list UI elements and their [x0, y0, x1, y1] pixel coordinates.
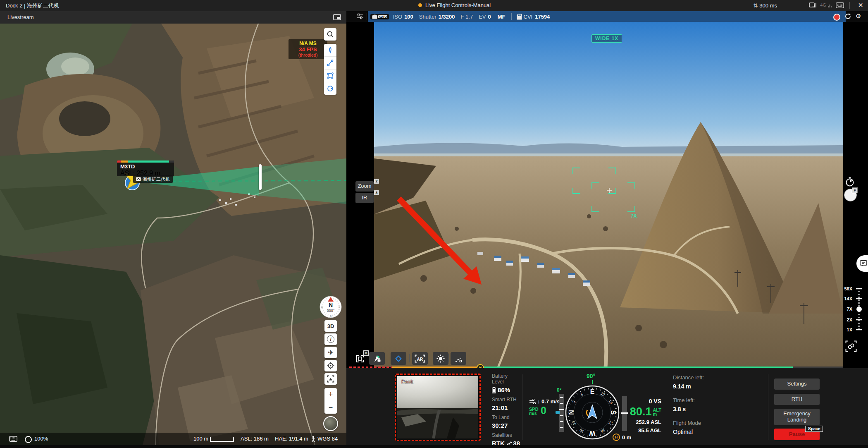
camera-settings-bar: AUTO ISO 100 Shutter 1/3200 F 1.7 EV 0 M…	[346, 11, 868, 22]
polygon-icon	[327, 72, 334, 79]
tool-circle-button[interactable]	[324, 82, 336, 95]
keyboard-shortcuts-icon[interactable]	[836, 2, 844, 8]
svg-text:W: W	[321, 306, 323, 309]
flight-mode-value: Optimal	[673, 429, 747, 435]
map-footer: 100% 100 m ASL: 186 m HAE: 191.4 m WGS 8…	[0, 433, 346, 445]
map-zoom-percent: 100%	[34, 436, 48, 442]
map-zoom-control: + −	[324, 388, 337, 414]
titlebar: Dock 2 | 海州矿二代机 Live Flight Controls-Man…	[0, 0, 868, 12]
focus-mode: MF	[498, 14, 506, 20]
manual-focus-icon[interactable]	[845, 340, 857, 352]
exposure-settings[interactable]: AUTO ISO 100 Shutter 1/3200 F 1.7 EV 0 M…	[368, 11, 846, 22]
svg-text:E: E	[339, 306, 340, 309]
map-info-button[interactable]: i	[324, 333, 337, 345]
map-streetview-button[interactable]	[323, 416, 338, 431]
stream-throttled: (throttled)	[289, 53, 327, 57]
footer-keyboard-icon[interactable]	[9, 436, 17, 442]
map-datum: WGS 84	[317, 436, 338, 442]
circle-tool-icon	[327, 85, 334, 92]
zoom-1x[interactable]: 1X	[841, 327, 852, 332]
pitch-bar-orange	[392, 367, 477, 368]
updown-arrows-icon: ⇅	[753, 2, 758, 9]
cursor-lock-icon	[372, 354, 382, 363]
timer-icon[interactable]	[845, 177, 854, 187]
map-canvas[interactable]	[0, 24, 346, 445]
map-fit-view-button[interactable]	[324, 373, 337, 385]
zoom-scale[interactable]: 56X 14X 7X 2X 1X	[841, 285, 866, 356]
gimbal-recenter-button[interactable]	[451, 352, 466, 365]
storage-label: CVI	[524, 14, 533, 20]
compass-heading: 000°	[327, 309, 335, 313]
record-button[interactable]	[833, 14, 840, 21]
wind-row: ↓ 0.7 m/s	[529, 398, 560, 405]
settings-button[interactable]: Settings	[774, 379, 820, 390]
time-left-label: Time left:	[673, 397, 747, 403]
drone-info-card[interactable]: M3TD ASL: 252.9 m	[117, 161, 174, 176]
zoom-in-button[interactable]: +	[324, 388, 337, 401]
adjust-sliders-icon[interactable]	[356, 13, 364, 20]
heading-value: 90°	[587, 373, 595, 379]
screen-signal-icon	[809, 2, 816, 8]
diamond-icon	[327, 47, 334, 53]
chat-drawer-tab[interactable]	[856, 255, 868, 272]
zoom-2x[interactable]: 2X	[841, 317, 852, 322]
altitude-column: 0 VS 80.1 ALT m 252.9 ASL 85.5 AGL	[608, 398, 661, 434]
distance-left-value: 9.14 m	[673, 383, 747, 390]
tool-measure-line-button[interactable]	[324, 57, 336, 69]
drone-name: M3TD	[117, 163, 174, 170]
map-aircraft-button[interactable]: ✈	[324, 347, 337, 358]
zoom-knob[interactable]	[856, 307, 862, 312]
zoom-7x[interactable]: 7X	[841, 307, 852, 311]
gear-icon[interactable]: ⚙	[856, 12, 861, 20]
lens-ir-button[interactable]: IR	[355, 193, 374, 203]
refresh-icon[interactable]	[844, 13, 851, 20]
map-search-button[interactable]	[324, 28, 336, 41]
pip-back-camera-image: Back	[397, 376, 478, 438]
status-dot	[418, 3, 422, 7]
auto-exposure-icon[interactable]: AUTO	[370, 14, 389, 19]
ar-overlay-button[interactable]: AR	[412, 352, 428, 365]
heading-tick	[592, 380, 593, 384]
stream-ms: N/A MS	[289, 41, 327, 46]
waypoint-button[interactable]	[391, 352, 406, 365]
bottom-strip	[0, 445, 868, 448]
aperture-value: F 1.7	[461, 14, 473, 20]
zoom-56x[interactable]: 56X	[841, 286, 852, 291]
home-distance: H 0 m	[613, 434, 631, 441]
info-icon: i	[327, 335, 334, 343]
sun-icon	[436, 354, 445, 363]
pitch-bar-green	[483, 367, 793, 368]
tool-waypoint-button[interactable]	[324, 44, 336, 57]
f-badge: F	[852, 187, 858, 193]
map-compass[interactable]: N 000° W E S	[319, 295, 342, 319]
map-lock-button[interactable]	[369, 352, 385, 365]
camera-feed[interactable]	[374, 22, 843, 367]
close-icon[interactable]: ×	[858, 0, 863, 10]
swap-view-icon[interactable]	[333, 14, 341, 20]
mission-column: Distance left: 9.14 m Time left: 3.8 s F…	[673, 374, 747, 435]
map-3d-toggle[interactable]: 3D	[324, 320, 337, 332]
tool-polygon-button[interactable]	[324, 69, 336, 82]
map-locate-button[interactable]	[324, 360, 337, 371]
lens-zoom-button[interactable]: Zoom	[355, 181, 374, 192]
smart-rth-label: Smart RTH	[492, 397, 520, 402]
lens-ir-badge: 3	[374, 190, 379, 195]
emergency-landing-button[interactable]: Emergency Landing	[774, 409, 820, 425]
map-asl: ASL: 186 m	[241, 436, 269, 442]
lens-mode-badge[interactable]: WIDE 1X	[591, 34, 622, 43]
waypoint-diamond-icon	[394, 355, 403, 363]
exposure-dial-button[interactable]: F	[844, 189, 857, 201]
pip-thumbnail[interactable]: Back	[395, 374, 481, 441]
zoom-out-button[interactable]: −	[324, 401, 337, 414]
to-land-label: To Land	[492, 414, 520, 420]
zoom-14x[interactable]: 14X	[841, 296, 852, 301]
record-ring-icon[interactable]	[25, 436, 32, 443]
fov-range-handle[interactable]	[259, 164, 262, 190]
fpv-view-button[interactable]: V	[353, 352, 367, 365]
wind-value: ↓ 0.7 m/s	[537, 398, 560, 405]
rth-button[interactable]: RTH	[774, 394, 820, 405]
livestream-title: Livestream	[7, 14, 34, 20]
speed-value: 0	[541, 405, 546, 417]
dock-tag[interactable]: 海州矿二代机	[133, 175, 173, 183]
spotlight-button[interactable]	[433, 352, 448, 365]
